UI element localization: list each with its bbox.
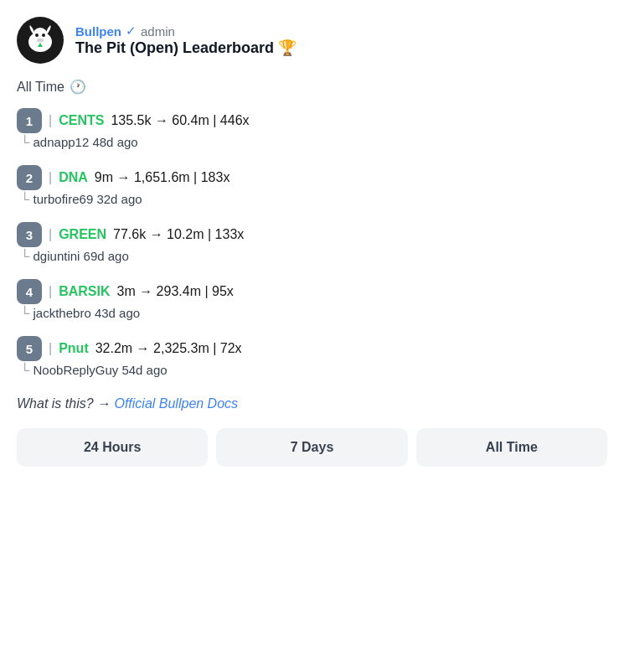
- token-name: CENTS: [59, 113, 104, 128]
- token-name: Pnut: [59, 341, 89, 356]
- token-name: BARSIK: [59, 284, 110, 299]
- what-is-this: What is this? → Official Bullpen Docs: [17, 396, 607, 411]
- sub-user: turbofire69: [34, 192, 94, 206]
- token-name: DNA: [59, 170, 88, 185]
- entry-main: 3 | GREEN 77.6k → 10.2m | 133x: [17, 222, 607, 247]
- svg-point-2: [35, 34, 39, 37]
- clock-icon: 🕐: [70, 79, 86, 95]
- list-item: 2 | DNA 9m → 1,651.6m | 183x └ turbofire…: [17, 165, 607, 207]
- time-buttons: 24 Hours 7 Days All Time: [17, 428, 607, 467]
- btn-alltime[interactable]: All Time: [416, 428, 607, 467]
- verified-icon: ✓: [126, 23, 137, 39]
- pipe: |: [49, 170, 52, 185]
- entry-stats: 32.2m → 2,325.3m | 72x: [95, 341, 242, 356]
- sub-time: 48d ago: [92, 135, 137, 149]
- entry-stats: 135.5k → 60.4m | 446x: [111, 113, 249, 128]
- header: Bullpen ✓ admin The Pit (Open) Leaderboa…: [17, 17, 607, 64]
- rank-badge: 3: [17, 222, 42, 247]
- entry-sub: └ NoobReplyGuy 54d ago: [17, 363, 607, 378]
- docs-link[interactable]: Official Bullpen Docs: [114, 396, 238, 411]
- corner-char: └: [20, 306, 29, 320]
- what-is-this-label: What is this? →: [17, 396, 111, 411]
- sub-user: dgiuntini: [34, 249, 80, 263]
- btn-24hours[interactable]: 24 Hours: [17, 428, 208, 467]
- entry-main: 4 | BARSIK 3m → 293.4m | 95x: [17, 279, 607, 304]
- rank-badge: 2: [17, 165, 42, 190]
- sub-time: 54d ago: [121, 363, 167, 377]
- rank-badge: 1: [17, 108, 42, 133]
- leaderboard-list: 1 | CENTS 135.5k → 60.4m | 446x └ adnapp…: [17, 108, 607, 378]
- corner-char: └: [20, 135, 29, 149]
- svg-point-4: [37, 39, 44, 43]
- channel-title: The Pit (Open) Leaderboard 🏆: [75, 39, 297, 57]
- entry-stats: 77.6k → 10.2m | 133x: [113, 227, 244, 242]
- entry-main: 5 | Pnut 32.2m → 2,325.3m | 72x: [17, 336, 607, 361]
- btn-7days[interactable]: 7 Days: [216, 428, 407, 467]
- pipe: |: [49, 284, 52, 299]
- corner-char: └: [20, 363, 29, 377]
- pipe: |: [49, 341, 52, 356]
- admin-label: admin: [141, 24, 175, 39]
- sub-time: 43d ago: [95, 306, 140, 320]
- username: Bullpen: [75, 24, 121, 39]
- entry-stats: 9m → 1,651.6m | 183x: [95, 170, 230, 185]
- sub-user: NoobReplyGuy: [34, 363, 119, 377]
- entry-sub: └ turbofire69 32d ago: [17, 192, 607, 207]
- avatar: [17, 17, 64, 64]
- header-top: Bullpen ✓ admin: [75, 23, 297, 39]
- entry-main: 1 | CENTS 135.5k → 60.4m | 446x: [17, 108, 607, 133]
- list-item: 3 | GREEN 77.6k → 10.2m | 133x └ dgiunti…: [17, 222, 607, 264]
- token-name: GREEN: [59, 227, 106, 242]
- sub-user: jackthebro: [34, 306, 91, 320]
- svg-point-3: [42, 34, 45, 37]
- list-item: 1 | CENTS 135.5k → 60.4m | 446x └ adnapp…: [17, 108, 607, 150]
- list-item: 5 | Pnut 32.2m → 2,325.3m | 72x └ NoobRe…: [17, 336, 607, 378]
- rank-badge: 5: [17, 336, 42, 361]
- sub-user: adnapp12: [34, 135, 90, 149]
- header-info: Bullpen ✓ admin The Pit (Open) Leaderboa…: [75, 23, 297, 57]
- pipe: |: [49, 113, 52, 128]
- corner-char: └: [20, 192, 29, 206]
- section-title: All Time 🕐: [17, 79, 607, 95]
- entry-sub: └ adnapp12 48d ago: [17, 135, 607, 150]
- list-item: 4 | BARSIK 3m → 293.4m | 95x └ jackthebr…: [17, 279, 607, 321]
- rank-badge: 4: [17, 279, 42, 304]
- pipe: |: [49, 227, 52, 242]
- sub-time: 32d ago: [96, 192, 142, 206]
- entry-stats: 3m → 293.4m | 95x: [117, 284, 234, 299]
- entry-sub: └ dgiuntini 69d ago: [17, 249, 607, 264]
- corner-char: └: [20, 249, 29, 263]
- entry-sub: └ jackthebro 43d ago: [17, 306, 607, 321]
- entry-main: 2 | DNA 9m → 1,651.6m | 183x: [17, 165, 607, 190]
- sub-time: 69d ago: [84, 249, 129, 263]
- time-period-label: All Time: [17, 80, 64, 95]
